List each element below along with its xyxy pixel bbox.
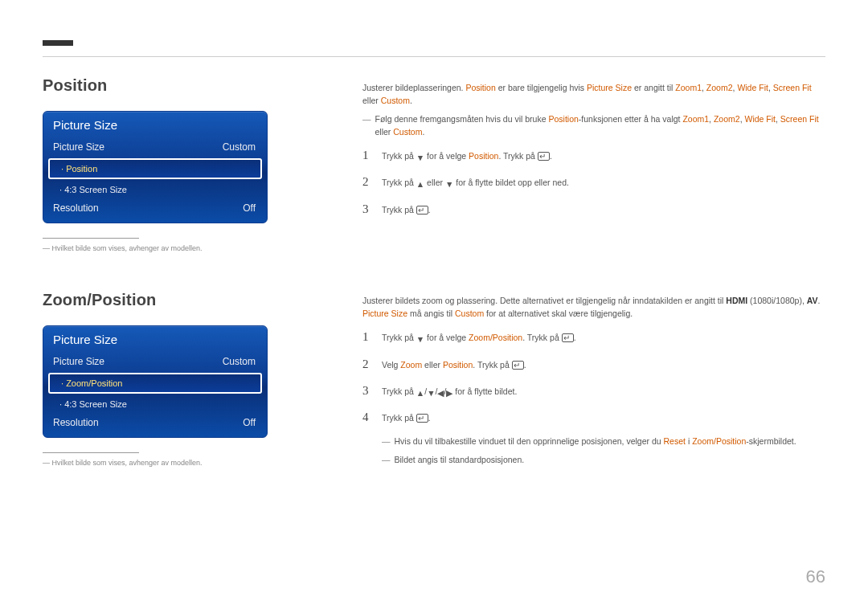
step-body: Trykk på . xyxy=(382,411,825,424)
right-column: Justerer bildeplasseringen. Position er … xyxy=(362,76,825,469)
section-heading-position: Position xyxy=(43,76,276,95)
kw-zoom: Zoom xyxy=(400,360,422,370)
note-content: Hvis du vil tilbakestille vinduet til de… xyxy=(395,435,796,447)
t: Hvis du vil tilbakestille vinduet til de… xyxy=(395,436,664,446)
osd-selected-zoom-position: · Zoom/Position xyxy=(48,373,262,394)
step-number: 1 xyxy=(362,328,372,346)
body-position: Justerer bildeplasseringen. Position er … xyxy=(362,81,825,108)
osd-panel-position: Picture Size Picture Size Custom · Posit… xyxy=(43,111,268,223)
t: Trykk på xyxy=(382,151,416,161)
note-content: Følg denne fremgangsmåten hvis du vil br… xyxy=(375,112,826,139)
kw-custom: Custom xyxy=(393,127,422,137)
t: Trykk på xyxy=(382,205,416,215)
step-body: Trykk på ▼ for å velge Zoom/Position. Tr… xyxy=(382,331,825,345)
t: Trykk på xyxy=(382,413,416,423)
kw-custom: Custom xyxy=(381,96,410,105)
enter-icon xyxy=(416,206,428,215)
step-4: 4 Trykk på . xyxy=(362,408,825,427)
down-icon: ▼ xyxy=(427,386,435,399)
down-icon: ▼ xyxy=(416,333,424,345)
step-body: Trykk på . xyxy=(382,203,825,216)
note-content: Bildet angis til standardposisjonen. xyxy=(395,453,525,466)
caption-content: Hvilket bilde som vises, avhenger av mod… xyxy=(52,244,203,252)
t: . xyxy=(428,205,431,215)
step-3: 3 Trykk på ▲/▼/◀/▶ for å flytte bildet. xyxy=(362,382,825,400)
step-number: 3 xyxy=(362,200,372,219)
t: . Trykk på xyxy=(473,360,511,370)
osd-title: Picture Size xyxy=(43,326,267,352)
t: Velg xyxy=(382,360,400,370)
body-zoom-position: Justerer bildets zoom og plassering. Det… xyxy=(362,294,825,321)
kw-position: Position xyxy=(443,360,473,370)
osd-sub-43: · 4:3 Screen Size xyxy=(43,395,267,413)
t: i xyxy=(686,436,692,446)
osd-row-resolution: Resolution Off xyxy=(43,413,267,432)
kw-wide-fit: Wide Fit xyxy=(737,83,768,92)
step-body: Velg Zoom eller Position. Trykk på . xyxy=(382,358,825,371)
t: eller xyxy=(422,360,443,370)
t: for å flytte bildet opp eller ned. xyxy=(453,178,569,187)
enter-icon xyxy=(562,333,574,342)
osd-selected-label: Zoom/Position xyxy=(66,378,122,388)
step-body: Trykk på ▲ eller ▼ for å flytte bildet o… xyxy=(382,176,825,190)
dash-icon: ― xyxy=(382,435,391,447)
caption-text: ― Hvilket bilde som vises, avhenger av m… xyxy=(43,458,276,468)
step-3: 3 Trykk på . xyxy=(362,200,825,219)
t: . Trykk på xyxy=(498,151,537,161)
step-number: 3 xyxy=(362,382,372,400)
t: -skjermbildet. xyxy=(746,436,796,446)
step-1: 1 Trykk på ▼ for å velge Position. Trykk… xyxy=(362,146,825,165)
osd-sub-label: 4:3 Screen Size xyxy=(64,185,127,194)
t: er angitt til xyxy=(632,83,675,92)
kw-position: Position xyxy=(548,114,578,124)
kw-zoom1: Zoom1 xyxy=(675,83,702,92)
note-reset: ― Hvis du vil tilbakestille vinduet til … xyxy=(382,435,825,447)
caption-text: ― Hvilket bilde som vises, avhenger av m… xyxy=(43,243,276,254)
step-number: 2 xyxy=(362,173,372,191)
section-heading-zoom-position: Zoom/Position xyxy=(43,291,276,309)
up-icon: ▲ xyxy=(416,178,424,190)
t: for å velge xyxy=(424,151,469,161)
enter-icon xyxy=(512,361,524,370)
t: er bare tilgjengelig hvis xyxy=(496,83,587,92)
page-number: 66 xyxy=(806,566,825,587)
t: . xyxy=(550,151,552,161)
step-2: 2 Trykk på ▲ eller ▼ for å flytte bildet… xyxy=(362,173,825,191)
t: for å flytte bildet. xyxy=(452,386,517,396)
kw-picture-size: Picture Size xyxy=(587,83,632,92)
osd-label: Resolution xyxy=(53,417,99,428)
osd-selected-label: Position xyxy=(66,164,97,174)
down-icon: ▼ xyxy=(445,178,453,190)
note-line: ― Følg denne fremgangsmåten hvis du vil … xyxy=(362,112,825,139)
t: Følg denne fremgangsmåten hvis du vil br… xyxy=(375,114,549,124)
kw-zoom1: Zoom1 xyxy=(682,114,709,124)
kw-wide-fit: Wide Fit xyxy=(744,114,776,124)
t: (1080i/1080p), xyxy=(747,296,807,305)
t: Trykk på xyxy=(382,333,416,342)
t: eller xyxy=(362,96,381,105)
dash-icon: ― xyxy=(362,112,371,139)
dash-icon: ― xyxy=(382,453,391,466)
note-default: ― Bildet angis til standardposisjonen. xyxy=(382,453,825,466)
step-number: 4 xyxy=(362,408,372,427)
t: for å velge xyxy=(424,333,469,342)
t: Justerer bildets zoom og plassering. Det… xyxy=(362,296,726,305)
osd-label: Picture Size xyxy=(53,356,104,367)
t: -funksjonen etter å ha valgt xyxy=(579,114,683,124)
t: eller xyxy=(424,178,445,187)
caption-content: Hvilket bilde som vises, avhenger av mod… xyxy=(52,459,203,467)
osd-row-picture-size: Picture Size Custom xyxy=(43,352,267,371)
osd-value: Off xyxy=(243,417,256,428)
left-icon: ◀ xyxy=(437,386,444,399)
top-rule xyxy=(43,56,825,57)
osd-label: Resolution xyxy=(53,202,99,214)
osd-label: Picture Size xyxy=(53,141,104,153)
up-icon: ▲ xyxy=(416,386,424,399)
kw-zoom2: Zoom2 xyxy=(714,114,740,124)
step-number: 2 xyxy=(362,355,372,374)
chapter-mark xyxy=(43,40,73,46)
down-icon: ▼ xyxy=(416,151,424,164)
osd-sub-label: 4:3 Screen Size xyxy=(64,399,127,409)
osd-row-resolution: Resolution Off xyxy=(43,198,267,218)
t: Trykk på xyxy=(382,386,416,396)
